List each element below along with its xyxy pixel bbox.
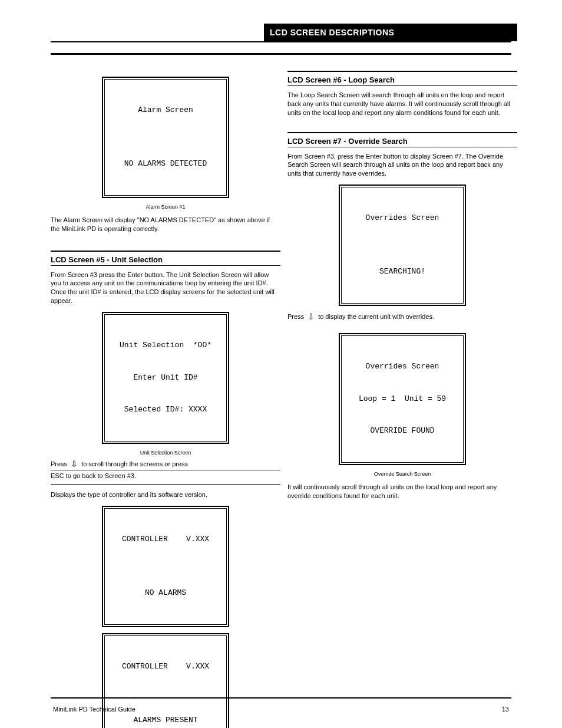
- lcd-line: ALARMS PRESENT: [107, 715, 224, 726]
- hint-row: Press ⇩ to display the current unit with…: [287, 312, 517, 321]
- lcd-caption: Override Search Screen: [287, 471, 517, 477]
- section-title-unit-selection: LCD Screen #5 - Unit Selection: [51, 255, 280, 264]
- hint-prefix: Press: [287, 313, 304, 320]
- hint-text-1: Press: [51, 460, 67, 467]
- page-section-header: LCD SCREEN DESCRIPTIONS: [264, 24, 517, 41]
- lcd-line: Loop = 1 Unit = 59: [343, 394, 461, 404]
- lcd-line: Overrides Screen: [343, 361, 461, 372]
- lcd-line: NO ALARMS DETECTED: [107, 159, 224, 169]
- footer-doc-title: MiniLink PD Technical Guide: [53, 706, 135, 713]
- hint-row: Press ⇩ to scroll through the screens or…: [51, 459, 280, 469]
- lcd-controller-alarms-present: CONTROLLER V.XXX ALARMS PRESENT SCROLL D…: [102, 633, 229, 728]
- footer-rule: [51, 697, 511, 699]
- lcd-alarm-none: Alarm Screen NO ALARMS DETECTED: [102, 77, 229, 198]
- lcd-line: CONTROLLER V.XXX: [107, 534, 224, 545]
- lcd-caption: Alarm Screen #1: [51, 204, 280, 210]
- page-number: 13: [502, 706, 509, 713]
- hint-rule: [51, 470, 280, 470]
- hint-text-2: to scroll through the screens or press: [81, 460, 188, 467]
- lcd-override-searching: Overrides Screen SEARCHING!: [339, 185, 466, 306]
- section-rule: [287, 71, 517, 72]
- top-rule: [51, 41, 511, 42]
- section-rule: [51, 251, 280, 252]
- lcd-line: Alarm Screen: [107, 105, 224, 116]
- lcd-line: Overrides Screen: [343, 213, 461, 223]
- paragraph: From Screen #3, press the Enter button t…: [287, 152, 517, 179]
- down-arrow-icon: ⇩: [71, 459, 78, 469]
- lcd-line: Unit Selection *OO*: [107, 340, 224, 351]
- down-arrow-icon: ⇩: [308, 312, 315, 321]
- lcd-controller-no-alarms: CONTROLLER V.XXX NO ALARMS: [102, 506, 229, 627]
- section-title-override-search: LCD Screen #7 - Override Search: [287, 137, 517, 146]
- section-rule-thin: [287, 147, 517, 147]
- lcd-unit-selection: Unit Selection *OO* Enter Unit ID# Selec…: [102, 312, 229, 444]
- top-rule-2: [51, 53, 511, 55]
- page-section-title: LCD SCREEN DESCRIPTIONS: [270, 28, 394, 37]
- section-title-loop-search: LCD Screen #6 - Loop Search: [287, 75, 517, 84]
- note-line: Displays the type of controller and its …: [51, 490, 280, 499]
- paragraph: The Loop Search Screen will search throu…: [287, 91, 517, 117]
- lcd-line: Enter Unit ID#: [107, 373, 224, 383]
- lcd-caption: Unit Selection Screen: [51, 450, 280, 456]
- section-rule-thin: [287, 85, 517, 86]
- lcd-override-found: Overrides Screen Loop = 1 Unit = 59 OVER…: [339, 333, 466, 465]
- right-column: LCD Screen #6 - Loop Search The Loop Sea…: [287, 71, 517, 507]
- left-column: Alarm Screen NO ALARMS DETECTED Alarm Sc…: [51, 71, 280, 728]
- hint-suffix: to display the current unit with overrid…: [318, 313, 434, 320]
- hint-rule: [51, 484, 280, 485]
- paragraph: The Alarm Screen will display "NO ALARMS…: [51, 216, 280, 233]
- hint-text-3: ESC to go back to Screen #3.: [51, 472, 280, 480]
- lcd-line: SEARCHING!: [343, 266, 461, 277]
- section-rule-thin: [51, 265, 280, 266]
- paragraph: It will continuously scroll through all …: [287, 483, 517, 500]
- lcd-line: CONTROLLER V.XXX: [107, 661, 224, 672]
- lcd-line: Selected ID#: XXXX: [107, 404, 224, 415]
- lcd-line: NO ALARMS: [107, 588, 224, 598]
- lcd-line: OVERRIDE FOUND: [343, 426, 461, 436]
- paragraph: From Screen #3 press the Enter button. T…: [51, 271, 280, 305]
- section-rule: [287, 132, 517, 133]
